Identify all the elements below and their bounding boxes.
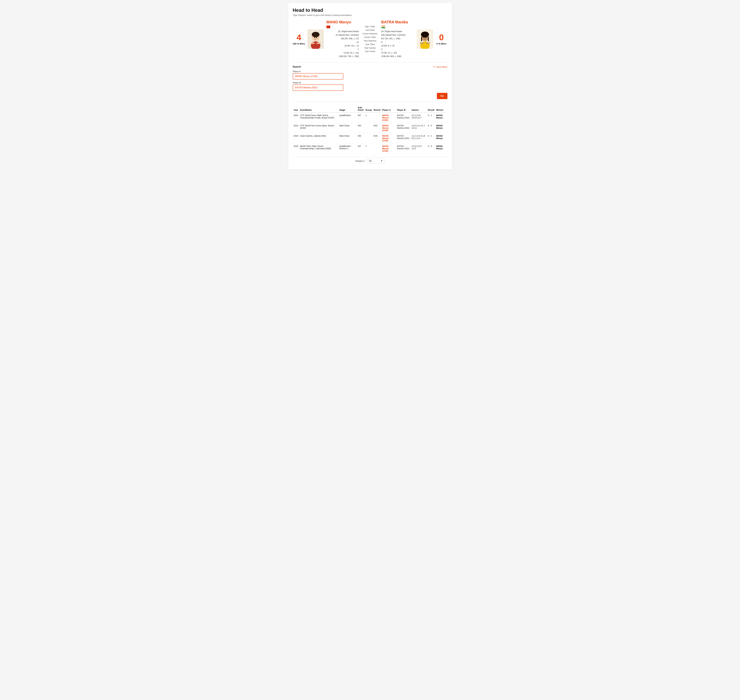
svg-point-4 <box>314 37 315 38</box>
search-section: Search: ↺ Clear filters Player A Player … <box>293 65 448 99</box>
results-table: Year EventName Stage Sub-Event Group Rou… <box>293 105 448 154</box>
player-b-input[interactable] <box>293 85 343 91</box>
player-a-photo <box>307 29 324 49</box>
player-a-info: WANG Manyu 🇨🇳 25 | Right-Hand Attack #2 … <box>326 20 359 58</box>
cell-stage: Main Draw <box>339 123 357 133</box>
center-stat-labels: Age | Style Last Rank Career Matches Car… <box>360 25 380 53</box>
cell-winner: WANG Manyu <box>435 133 447 143</box>
go-button[interactable]: Go <box>437 93 447 99</box>
cell-round: R16 <box>373 133 382 143</box>
player-a-side: 4 100 % Wins <box>293 20 359 58</box>
col-winner: Winner <box>435 105 447 113</box>
cell-round <box>373 113 382 123</box>
cell-subevent: WS <box>357 123 364 133</box>
cell-subevent: WT <box>357 143 364 154</box>
svg-point-5 <box>316 37 317 38</box>
player-a-field-group: Player A <box>293 70 448 79</box>
cell-player-b: BATRA Manika (IND) <box>396 143 411 154</box>
page-subtitle: Type Players' name to get a full Head to… <box>293 14 448 16</box>
player-a-stats: 25 | Right-Hand Attack #2 (Week/Year: 15… <box>326 30 359 58</box>
cell-player-a: WANG Manyu (CHN) <box>381 123 396 133</box>
svg-rect-11 <box>428 37 429 41</box>
table-row: 2018 Asian Games, Jakarta (INA) Main Dra… <box>293 133 448 143</box>
col-player-b: Player B <box>396 105 411 113</box>
col-games: Games <box>411 105 427 113</box>
player-a-name: WANG Manyu <box>326 20 359 24</box>
player-a-wins-block: 4 100 % Wins <box>293 33 305 45</box>
table-row: 2018 World Team Table Tennis Championshi… <box>293 143 448 154</box>
player-a-wins-number: 4 <box>297 33 301 41</box>
cell-winner: WANG Manyu <box>435 143 447 154</box>
player-a-input[interactable] <box>293 73 343 79</box>
col-event: EventName <box>299 105 339 113</box>
display-row: Display # 102550100 ▼ <box>293 157 448 165</box>
cell-player-a: WANG Manyu (CHN) <box>381 143 396 154</box>
player-b-info: BATRA Manika 🇮🇳 28 | Right-Hand Attack #… <box>381 20 414 58</box>
display-select[interactable]: 102550100 <box>367 158 385 163</box>
player-a-flag: 🇨🇳 <box>326 25 359 29</box>
cell-player-a: WANG Manyu (CHN) <box>381 113 396 123</box>
cell-subevent: WS <box>357 133 364 143</box>
cell-group <box>364 133 373 143</box>
cell-group: 1 <box>364 113 373 123</box>
cell-result: 3 - 1 <box>427 113 435 123</box>
player-b-field-label: Player B <box>293 82 448 84</box>
display-select-wrapper: 102550100 ▼ <box>367 158 385 163</box>
h2h-stats: 4 100 % Wins <box>293 20 448 58</box>
col-result: Result <box>427 105 435 113</box>
player-a-wins-label: 100 % Wins <box>293 43 305 45</box>
cell-result: 4 - 1 <box>427 133 435 143</box>
player-b-side: 0 0 % Wins <box>381 20 448 58</box>
table-row: 2019 ITTF World Tour Korea Open, Busan (… <box>293 123 448 133</box>
display-label: Display # <box>355 160 364 162</box>
cell-year: 2024 <box>293 113 299 123</box>
cell-winner: WANG Manyu <box>435 113 447 123</box>
cell-group: 1 <box>364 143 373 154</box>
cell-stage: Qualification <box>339 113 357 123</box>
player-b-flag: 🇮🇳 <box>381 25 414 29</box>
cell-round <box>373 143 382 154</box>
cell-stage: Qualification - Division 1 <box>339 143 357 154</box>
cell-event: World Team Table Tennis Championships, H… <box>299 143 339 154</box>
cell-winner: WANG Manyu <box>435 123 447 133</box>
page-title: Head to Head <box>293 7 448 13</box>
cell-games: 12:10 11:9 11:5 <box>411 143 427 154</box>
player-b-wins-block: 0 0 % Wins <box>436 33 448 45</box>
cell-round: R32 <box>373 123 382 133</box>
cell-games: 11:8 11:4 11:7 13:11 <box>411 123 427 133</box>
cell-event: ITTF World Tour Korea Open, Busan (KOR) <box>299 123 339 133</box>
table-header-row: Year EventName Stage Sub-Event Group Rou… <box>293 105 448 113</box>
cell-year: 2018 <box>293 133 299 143</box>
cell-event: Asian Games, Jakarta (INA) <box>299 133 339 143</box>
main-container: Head to Head Type Players' name to get a… <box>288 3 452 169</box>
cell-result: 4 - 0 <box>427 123 435 133</box>
cell-player-a: WANG Manyu (CHN) <box>381 133 396 143</box>
go-button-row: Go <box>293 93 448 99</box>
player-b-photo <box>417 29 433 49</box>
cell-group <box>364 123 373 133</box>
cell-year: 2018 <box>293 143 299 154</box>
col-round: Round <box>373 105 382 113</box>
cell-player-b: BATRA Manika (IND) <box>396 113 411 123</box>
svg-point-13 <box>426 37 426 38</box>
cell-player-b: BATRA Manika (IND) <box>396 123 411 133</box>
cell-event: ITTF World Team Table Tennis Championshi… <box>299 113 339 123</box>
col-player-a: Player A <box>381 105 396 113</box>
clear-filters-label: Clear filters <box>436 66 448 68</box>
cell-result: 3 - 0 <box>427 143 435 154</box>
svg-point-3 <box>312 32 320 37</box>
svg-point-12 <box>423 37 424 38</box>
cell-player-b: BATRA Manika (IND) <box>396 133 411 143</box>
col-subevent: Sub-Event <box>357 105 364 113</box>
player-a-field-label: Player A <box>293 70 448 73</box>
clear-filters-button[interactable]: ↺ Clear filters <box>433 65 448 68</box>
search-header: Search: ↺ Clear filters <box>293 65 448 68</box>
svg-point-9 <box>421 32 429 37</box>
cell-year: 2019 <box>293 123 299 133</box>
player-b-stats: 28 | Right-Hand Attack #38 (Week/Year: 1… <box>381 30 414 58</box>
player-b-wins-label: 0 % Wins <box>436 43 446 45</box>
col-group: Group <box>364 105 373 113</box>
cell-stage: Main Draw <box>339 133 357 143</box>
player-b-wins-number: 0 <box>439 33 444 41</box>
col-year: Year <box>293 105 299 113</box>
